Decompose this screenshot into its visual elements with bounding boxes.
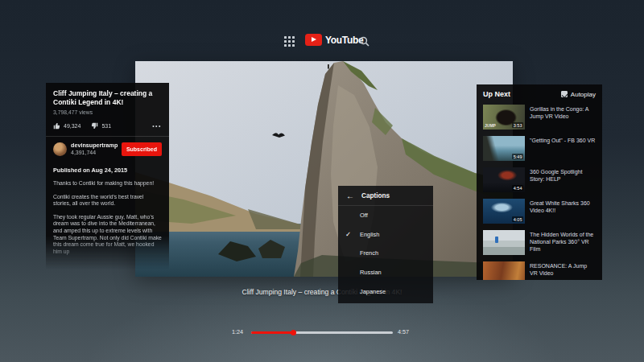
up-next-item[interactable]: JUMP 3:53 Gorillas in the Congo: A Jump …	[483, 105, 596, 130]
view-count: 3,798,477 views	[53, 109, 162, 115]
total-time: 4:57	[398, 328, 409, 335]
up-next-item[interactable]: 4:05 Great White Sharks 360 Video 4K!!	[483, 199, 596, 224]
channel-row[interactable]: devinsupertramp 4,391,744 Subscribed	[53, 142, 162, 156]
caption-option-french[interactable]: French	[338, 244, 433, 263]
video-player-surface[interactable]	[135, 61, 513, 277]
description-paragraph: Thanks to Contiki for making this happen…	[53, 180, 162, 187]
seek-scrubber[interactable]	[291, 330, 296, 335]
up-next-item-title: Great White Sharks 360 Video 4K!!	[530, 199, 596, 224]
player-overlay-title: Cliff Jumping Italy – creating a Contiki…	[0, 288, 644, 296]
caption-option-japanese[interactable]: Japanese	[338, 282, 433, 301]
description-paragraph: Contiki creates the world's best travel …	[53, 194, 162, 208]
captions-menu: ← Captions Off ✓ English French Russian …	[338, 186, 433, 303]
up-next-item[interactable]: The Hidden Worlds of the National Parks …	[483, 230, 596, 255]
thumb-down-icon[interactable]	[91, 122, 98, 130]
up-next-title: Up Next	[483, 90, 510, 98]
published-date: Published on Aug 24, 2015	[53, 167, 162, 174]
up-next-item-title: RESONANCE: A Jump VR Video	[530, 261, 596, 280]
thumb-up-icon[interactable]	[53, 122, 60, 130]
description-paragraph: They took regular Aussie guy, Matt, who'…	[53, 214, 162, 256]
up-next-panel: Up Next Autoplay JUMP 3:53 Gorillas in t…	[477, 84, 602, 280]
up-next-item[interactable]: 5:49 "Getting Out" - FB 360 VR	[483, 136, 596, 161]
search-icon[interactable]	[359, 36, 369, 47]
channel-avatar[interactable]	[53, 142, 67, 156]
duration-badge: 5:49	[512, 154, 523, 159]
thumbnail-help[interactable]: 4:54	[483, 167, 525, 192]
thumbnail-gorilla[interactable]: JUMP 3:53	[483, 105, 525, 130]
elapsed-time: 1:24	[232, 328, 243, 335]
dislike-count[interactable]: 531	[101, 123, 111, 129]
check-icon: ✓	[345, 230, 351, 238]
autoplay-label: Autoplay	[571, 91, 596, 98]
vr-environment: YouTube	[0, 0, 644, 362]
cliff-jumper-figure	[328, 64, 329, 69]
channel-name: devinsupertramp	[71, 142, 118, 150]
duration-badge: 4:05	[512, 216, 523, 222]
progress-row: 1:24 4:57	[0, 326, 644, 337]
up-next-item-title: 360 Google Spotlight Story: HELP	[530, 167, 596, 192]
apps-grid-icon[interactable]	[284, 36, 295, 47]
youtube-wordmark: YouTube	[325, 35, 363, 46]
video-info-panel: Cliff Jumping Italy – creating a Contiki…	[46, 83, 169, 269]
back-arrow-icon[interactable]: ←	[346, 191, 354, 200]
up-next-item-title: The Hidden Worlds of the National Parks …	[530, 230, 596, 255]
captions-menu-title: Captions	[361, 192, 390, 200]
divider	[46, 136, 169, 137]
autoplay-checkbox-icon[interactable]	[561, 91, 568, 97]
duration-badge: 3:53	[512, 122, 523, 128]
seek-bar-fill	[251, 331, 294, 334]
video-title: Cliff Jumping Italy – creating a Contiki…	[53, 89, 162, 107]
more-actions-button[interactable]: •••	[152, 123, 162, 129]
jump-watermark: JUMP	[485, 123, 496, 128]
caption-option-russian[interactable]: Russian	[338, 263, 433, 282]
autoplay-toggle[interactable]: Autoplay	[561, 91, 596, 98]
duration-badge: 4:54	[512, 185, 523, 191]
like-count[interactable]: 49,324	[64, 123, 80, 129]
thumbnail-beach[interactable]	[483, 230, 525, 255]
youtube-play-icon	[305, 34, 322, 46]
subscribed-button[interactable]: Subscribed	[122, 142, 162, 156]
youtube-logo[interactable]: YouTube	[305, 34, 363, 46]
up-next-item-title: "Getting Out" - FB 360 VR	[530, 136, 595, 161]
up-next-item[interactable]: 4:54 360 Google Spotlight Story: HELP	[483, 167, 596, 192]
channel-subscribers: 4,391,744	[71, 150, 118, 157]
thumbnail-coast[interactable]: 5:49	[483, 136, 525, 161]
up-next-item[interactable]: RESONANCE: A Jump VR Video	[483, 261, 596, 280]
seek-bar[interactable]	[251, 331, 393, 334]
up-next-item-title: Gorillas in the Congo: A Jump VR Video	[530, 105, 596, 130]
video-frame-cliff-scene	[135, 61, 513, 277]
thumbnail-resonance[interactable]	[483, 261, 525, 280]
thumbnail-shark[interactable]: 4:05	[483, 199, 525, 224]
caption-option-off[interactable]: Off	[338, 206, 433, 225]
top-bar: YouTube	[0, 0, 644, 21]
caption-option-english[interactable]: ✓ English	[338, 225, 433, 245]
